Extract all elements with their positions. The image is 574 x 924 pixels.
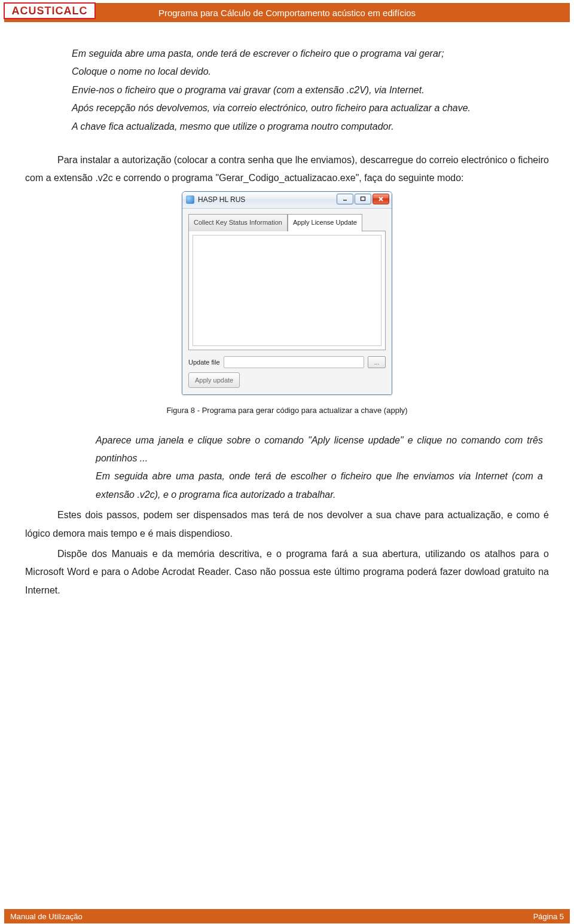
logo: ACUSTICALC [4,2,96,19]
apply-update-button[interactable]: Apply update [188,372,240,388]
paragraph-text: Dispõe dos Manuais e da memória descriti… [25,549,549,595]
footer-bar: Manual de Utilização Página 5 [4,909,570,923]
update-file-input[interactable] [224,356,364,368]
window-titlebar: HASP HL RUS [182,192,392,209]
maximize-button[interactable] [355,194,371,204]
window-buttons [337,194,389,204]
window-body: Collect Key Status Information Apply Lic… [182,209,392,394]
content: Em seguida abre uma pasta, onde terá de … [0,22,574,599]
logo-text: ACUSTICALC [12,5,88,17]
update-log-area [193,235,381,346]
app-icon [186,195,194,204]
italic-line: Aparece uma janela e clique sobre o coma… [96,432,543,468]
tab-apply-license-update[interactable]: Apply License Update [288,214,362,231]
paragraph-text: Estes dois passos, podem ser dispensados… [25,510,549,538]
footer-right: Página 5 [533,912,564,921]
italic-line: Em seguida abre uma pasta, onde terá de … [96,467,543,504]
minimize-button[interactable] [337,194,353,204]
footer-left: Manual de Utilização [10,912,83,921]
italic-line: A chave fica actualizada, mesmo que util… [72,118,543,136]
tab-panel [188,231,386,350]
tabs: Collect Key Status Information Apply Lic… [188,213,386,231]
paragraph: Para instalar a autorização (colocar a c… [25,151,549,188]
italic-line: Envie-nos o ficheiro que o programa vai … [72,81,543,99]
paragraph: Dispõe dos Manuais e da memória descriti… [25,545,549,599]
update-file-label: Update file [188,356,220,369]
paragraph-text: Para instalar a autorização (colocar a c… [25,155,549,183]
hasp-window: HASP HL RUS [182,191,392,395]
italic-line: Em seguida abre uma pasta, onde terá de … [72,45,543,63]
close-icon [378,196,384,202]
figure-caption: Figura 8 - Programa para gerar código pa… [25,403,549,418]
update-file-row: Update file ... [188,356,386,369]
tab-collect-key-status[interactable]: Collect Key Status Information [188,214,288,231]
browse-button[interactable]: ... [368,356,386,368]
header-bar: ACUSTICALC Programa para Cálculo de Comp… [4,3,570,22]
close-button[interactable] [373,194,389,204]
italic-line: Após recepção nós devolvemos, via correi… [72,99,543,117]
italic-block-2: Aparece uma janela e clique sobre o coma… [96,432,543,504]
window-title: HASP HL RUS [198,193,245,207]
italic-line: Coloque o nome no local devido. [72,63,543,81]
paragraph: Estes dois passos, podem ser dispensados… [25,506,549,543]
maximize-icon [360,196,366,202]
figure: HASP HL RUS [25,191,549,418]
minimize-icon [342,196,348,202]
intro-italic-block: Em seguida abre uma pasta, onde terá de … [72,45,543,136]
svg-rect-1 [361,197,365,200]
